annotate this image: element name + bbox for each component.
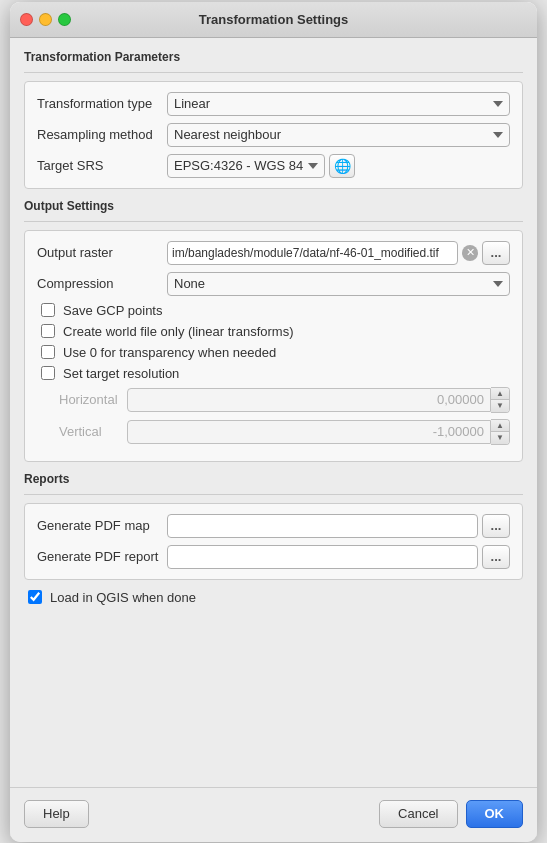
output-raster-file-row: im/bangladesh/module7/data/nf-46-01_modi…	[167, 241, 510, 265]
load-qgis-checkbox[interactable]	[28, 590, 42, 604]
pdf-map-file-row: ...	[167, 514, 510, 538]
target-srs-inner: EPSG:4326 - WGS 84 🌐	[167, 154, 355, 178]
pdf-map-row: Generate PDF map ...	[37, 514, 510, 538]
target-srs-icon-button[interactable]: 🌐	[329, 154, 355, 178]
horizontal-down-button[interactable]: ▼	[491, 400, 509, 412]
resampling-method-control: Nearest neighbour	[167, 123, 510, 147]
resampling-method-select[interactable]: Nearest neighbour	[167, 123, 510, 147]
vertical-field[interactable]	[127, 420, 491, 444]
save-gcp-row: Save GCP points	[37, 303, 510, 318]
minimize-button[interactable]	[39, 13, 52, 26]
title-bar: Transformation Settings	[10, 2, 537, 38]
output-settings-box: Output raster im/bangladesh/module7/data…	[24, 230, 523, 462]
create-world-label: Create world file only (linear transform…	[63, 324, 293, 339]
compression-select[interactable]: None	[167, 272, 510, 296]
vertical-down-button[interactable]: ▼	[491, 432, 509, 444]
vertical-label: Vertical	[37, 424, 127, 439]
output-raster-row: Output raster im/bangladesh/module7/data…	[37, 241, 510, 265]
load-qgis-row: Load in QGIS when done	[24, 590, 523, 605]
set-target-row: Set target resolution	[37, 366, 510, 381]
load-qgis-label: Load in QGIS when done	[50, 590, 196, 605]
horizontal-up-button[interactable]: ▲	[491, 388, 509, 400]
pdf-map-label: Generate PDF map	[37, 518, 167, 533]
pdf-report-label: Generate PDF report	[37, 549, 167, 564]
horizontal-input: ▲ ▼	[127, 387, 510, 413]
reports-box: Generate PDF map ... Generate PDF report…	[24, 503, 523, 580]
pdf-report-file-row: ...	[167, 545, 510, 569]
pdf-report-input[interactable]	[167, 545, 478, 569]
horizontal-row: Horizontal ▲ ▼	[37, 387, 510, 413]
vertical-input: ▲ ▼	[127, 419, 510, 445]
reports-header: Reports	[24, 472, 523, 486]
output-raster-control: im/bangladesh/module7/data/nf-46-01_modi…	[167, 241, 510, 265]
vertical-spinner: ▲ ▼	[491, 419, 510, 445]
compression-row: Compression None	[37, 272, 510, 296]
output-raster-field[interactable]: im/bangladesh/module7/data/nf-46-01_modi…	[167, 241, 458, 265]
pdf-report-row: Generate PDF report ...	[37, 545, 510, 569]
help-button[interactable]: Help	[24, 800, 89, 828]
main-window: Transformation Settings Transformation P…	[10, 2, 537, 842]
resampling-method-label: Resampling method	[37, 127, 167, 142]
horizontal-spinner: ▲ ▼	[491, 387, 510, 413]
cancel-button[interactable]: Cancel	[379, 800, 457, 828]
output-raster-browse-button[interactable]: ...	[482, 241, 510, 265]
content-area: Transformation Parameters Transformation…	[10, 38, 537, 787]
use-zero-checkbox[interactable]	[41, 345, 55, 359]
transformation-type-select[interactable]: Linear	[167, 92, 510, 116]
transformation-type-row: Transformation type Linear	[37, 92, 510, 116]
transformation-type-control: Linear	[167, 92, 510, 116]
pdf-map-browse-button[interactable]: ...	[482, 514, 510, 538]
vertical-up-button[interactable]: ▲	[491, 420, 509, 432]
set-target-checkbox[interactable]	[41, 366, 55, 380]
maximize-button[interactable]	[58, 13, 71, 26]
pdf-report-browse-button[interactable]: ...	[482, 545, 510, 569]
compression-label: Compression	[37, 276, 167, 291]
save-gcp-label: Save GCP points	[63, 303, 162, 318]
create-world-checkbox[interactable]	[41, 324, 55, 338]
target-srs-row: Target SRS EPSG:4326 - WGS 84 🌐	[37, 154, 510, 178]
output-raster-clear-button[interactable]: ✕	[462, 245, 478, 261]
ok-button[interactable]: OK	[466, 800, 524, 828]
window-controls	[20, 13, 71, 26]
vertical-row: Vertical ▲ ▼	[37, 419, 510, 445]
target-srs-label: Target SRS	[37, 158, 167, 173]
transformation-type-label: Transformation type	[37, 96, 167, 111]
create-world-row: Create world file only (linear transform…	[37, 324, 510, 339]
empty-area	[24, 615, 523, 775]
divider-3	[24, 494, 523, 495]
set-target-label: Set target resolution	[63, 366, 179, 381]
compression-control: None	[167, 272, 510, 296]
divider-1	[24, 72, 523, 73]
horizontal-label: Horizontal	[37, 392, 127, 407]
transformation-params-header: Transformation Parameters	[24, 50, 523, 64]
use-zero-row: Use 0 for transparency when needed	[37, 345, 510, 360]
target-srs-select[interactable]: EPSG:4326 - WGS 84	[167, 154, 325, 178]
close-button[interactable]	[20, 13, 33, 26]
footer-right-buttons: Cancel OK	[379, 800, 523, 828]
footer: Help Cancel OK	[10, 787, 537, 842]
resampling-method-row: Resampling method Nearest neighbour	[37, 123, 510, 147]
pdf-map-input[interactable]	[167, 514, 478, 538]
divider-2	[24, 221, 523, 222]
use-zero-label: Use 0 for transparency when needed	[63, 345, 276, 360]
globe-icon: 🌐	[334, 158, 351, 174]
target-srs-control: EPSG:4326 - WGS 84 🌐	[167, 154, 510, 178]
save-gcp-checkbox[interactable]	[41, 303, 55, 317]
output-raster-value: im/bangladesh/module7/data/nf-46-01_modi…	[172, 246, 439, 260]
transformation-params-box: Transformation type Linear Resampling me…	[24, 81, 523, 189]
window-title: Transformation Settings	[199, 12, 349, 27]
horizontal-field[interactable]	[127, 388, 491, 412]
output-settings-header: Output Settings	[24, 199, 523, 213]
output-raster-label: Output raster	[37, 245, 167, 260]
